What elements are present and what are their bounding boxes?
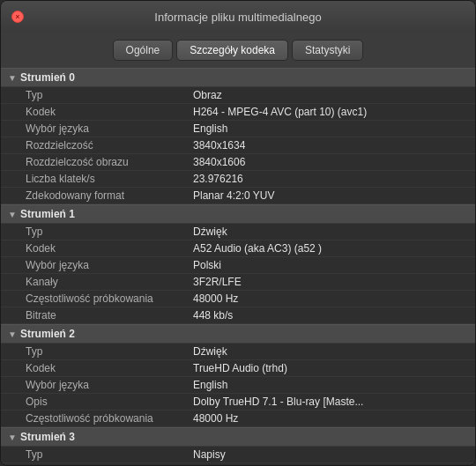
prop-value: Obraz bbox=[193, 89, 468, 101]
prop-label: Kodek bbox=[26, 106, 193, 118]
table-row: Wybór językaPolski bbox=[1, 257, 475, 274]
prop-value: Planar 4:2:0 YUV bbox=[193, 189, 468, 202]
table-row: Zdekodowany formatPlanar 4:2:0 YUV bbox=[1, 188, 475, 204]
tab-statystyki[interactable]: Statystyki bbox=[292, 40, 363, 61]
prop-value: H264 - MPEG-4 AVC (part 10) (avc1) bbox=[193, 106, 468, 118]
prop-label: Rozdzielczość obrazu bbox=[26, 156, 193, 168]
table-row: Liczba klatek/s23.976216 bbox=[1, 171, 475, 188]
prop-value: English bbox=[193, 122, 468, 135]
table-row: Bitrate448 kb/s bbox=[1, 307, 475, 324]
prop-label: Typ bbox=[26, 448, 193, 461]
prop-value: Dźwięk bbox=[193, 345, 468, 358]
prop-label: Typ bbox=[26, 226, 193, 238]
table-row: Wybór językaEnglish bbox=[1, 121, 475, 137]
prop-label: Bitrate bbox=[26, 309, 193, 322]
prop-value: A52 Audio (aka AC3) (a52 ) bbox=[193, 242, 468, 255]
prop-value: Dolby TrueHD 7.1 - Blu-ray [Maste... bbox=[193, 396, 468, 408]
stream-header-0[interactable]: ▼Strumień 0 bbox=[1, 68, 475, 87]
table-row: KodekH264 - MPEG-4 AVC (part 10) (avc1) bbox=[1, 104, 475, 121]
table-row: Częstotliwość próbkowania48000 Hz bbox=[1, 291, 475, 307]
prop-label: Wybór języka bbox=[26, 379, 193, 391]
prop-value: 448 kb/s bbox=[193, 309, 468, 322]
table-row: Wybór językaEnglish bbox=[1, 377, 475, 394]
table-row: KodekTrueHD Audio (trhd) bbox=[1, 360, 475, 377]
prop-value: 23.976216 bbox=[193, 173, 468, 185]
table-row: TypNapisy bbox=[1, 447, 475, 463]
prop-label: Typ bbox=[26, 345, 193, 358]
prop-value: Dźwięk bbox=[193, 226, 468, 238]
prop-label: Opis bbox=[26, 396, 193, 408]
stream-header-1[interactable]: ▼Strumień 1 bbox=[1, 204, 475, 224]
stream-header-label-0: Strumień 0 bbox=[20, 71, 75, 84]
prop-value: Polski bbox=[193, 259, 468, 271]
prop-label: Częstotliwość próbkowania bbox=[26, 412, 193, 425]
content-area[interactable]: ▼Strumień 0TypObrazKodekH264 - MPEG-4 AV… bbox=[1, 68, 475, 465]
table-row: TypDźwięk bbox=[1, 344, 475, 360]
collapse-arrow-0: ▼ bbox=[8, 73, 17, 83]
tab-ogólne[interactable]: Ogólne bbox=[113, 40, 174, 61]
titlebar: × Informacje pliku multimedialnego bbox=[1, 1, 475, 33]
prop-value: 3840x1606 bbox=[193, 156, 468, 168]
prop-label: Kodek bbox=[26, 242, 193, 255]
stream-header-label-3: Strumień 3 bbox=[20, 431, 75, 443]
prop-label: Liczba klatek/s bbox=[26, 173, 193, 185]
collapse-arrow-2: ▼ bbox=[8, 329, 17, 339]
table-row: TypObraz bbox=[1, 87, 475, 104]
prop-value: 48000 Hz bbox=[193, 292, 468, 305]
prop-label: Wybór języka bbox=[26, 259, 193, 271]
collapse-arrow-3: ▼ bbox=[8, 433, 17, 442]
table-row: TypDźwięk bbox=[1, 224, 475, 240]
prop-value: English bbox=[193, 379, 468, 391]
stream-header-3[interactable]: ▼Strumień 3 bbox=[1, 427, 475, 447]
table-row: KodekA52 Audio (aka AC3) (a52 ) bbox=[1, 240, 475, 257]
table-row: Rozdzielczość3840x1634 bbox=[1, 137, 475, 154]
window-title: Informacje pliku multimedialnego bbox=[154, 11, 321, 24]
close-icon: × bbox=[15, 12, 19, 21]
prop-value: 3F2R/LFE bbox=[193, 276, 468, 288]
prop-label: Zdekodowany format bbox=[26, 189, 193, 202]
stream-header-2[interactable]: ▼Strumień 2 bbox=[1, 324, 475, 344]
prop-label: Częstotliwość próbkowania bbox=[26, 292, 193, 305]
table-row: Rozdzielczość obrazu3840x1606 bbox=[1, 154, 475, 171]
table-row: OpisDolby TrueHD 7.1 - Blu-ray [Maste... bbox=[1, 394, 475, 411]
prop-value: Napisy bbox=[193, 448, 468, 461]
collapse-arrow-1: ▼ bbox=[8, 210, 17, 219]
close-button[interactable]: × bbox=[11, 11, 24, 23]
prop-value: 48000 Hz bbox=[193, 412, 468, 425]
prop-value: TrueHD Audio (trhd) bbox=[193, 362, 468, 374]
prop-label: Wybór języka bbox=[26, 122, 193, 135]
prop-label: Kanały bbox=[26, 276, 193, 288]
tab-bar: OgólneSzczegóły kodekaStatystyki bbox=[1, 33, 475, 68]
prop-label: Typ bbox=[26, 89, 193, 101]
prop-label: Rozdzielczość bbox=[26, 139, 193, 152]
table-row: Kanały3F2R/LFE bbox=[1, 274, 475, 291]
stream-header-label-2: Strumień 2 bbox=[20, 328, 75, 340]
tab-szczegóły-kodeka[interactable]: Szczegóły kodeka bbox=[176, 40, 288, 61]
table-row: Częstotliwość próbkowania48000 Hz bbox=[1, 411, 475, 427]
prop-label: Kodek bbox=[26, 362, 193, 374]
window: × Informacje pliku multimedialnego Ogóln… bbox=[0, 0, 476, 466]
stream-header-label-1: Strumień 1 bbox=[20, 208, 75, 220]
prop-value: 3840x1634 bbox=[193, 139, 468, 152]
